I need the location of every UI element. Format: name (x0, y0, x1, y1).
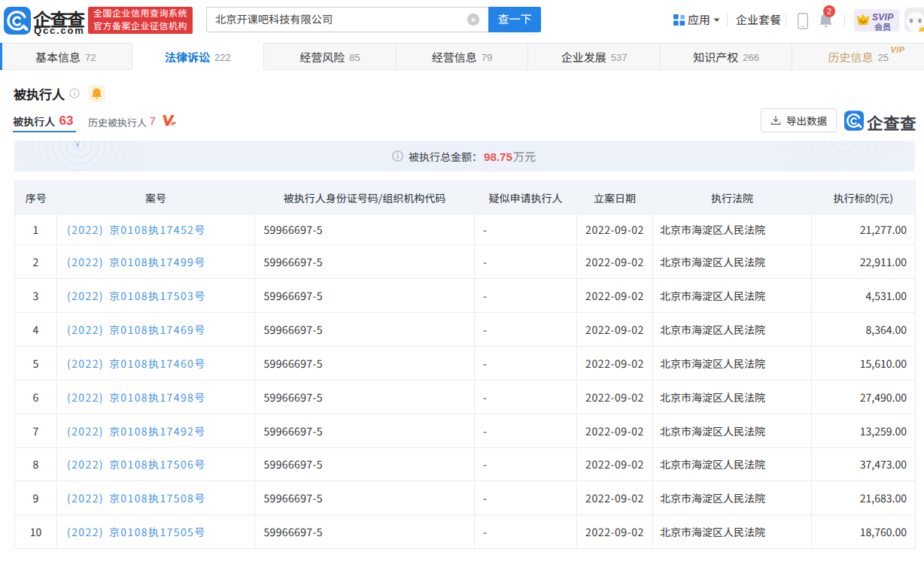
svg-text:IP: IP (171, 121, 176, 126)
svg-text:¥: ¥ (74, 141, 81, 149)
